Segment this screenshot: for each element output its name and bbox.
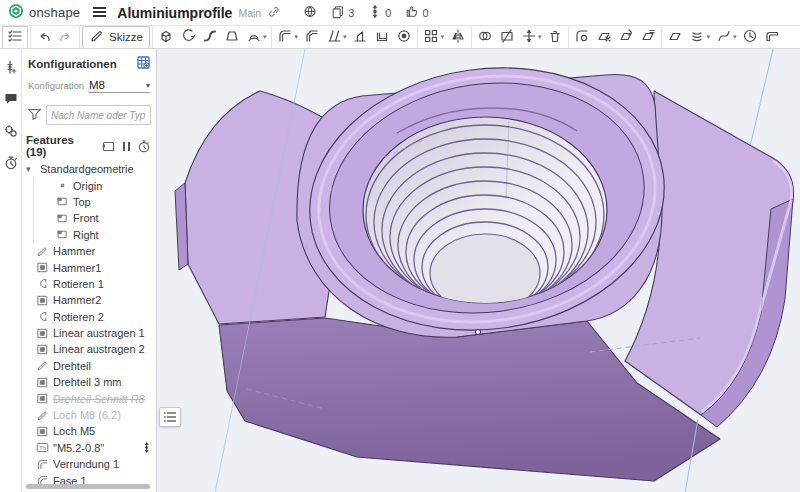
hole-button[interactable]: [393, 27, 415, 48]
configuration-select[interactable]: M8 ▾: [89, 79, 150, 93]
share-globe-icon: [303, 4, 317, 21]
undo-button[interactable]: [33, 27, 55, 48]
document-title[interactable]: Aluminiumprofile: [117, 5, 232, 21]
toolbar-group: ▾: [153, 26, 273, 48]
sketch-icon: [89, 28, 105, 47]
onshape-logo[interactable]: onshape: [8, 3, 80, 23]
redo-icon: [58, 28, 74, 47]
filter-funnel-icon[interactable]: [28, 108, 41, 122]
likes-count: 0: [422, 7, 428, 19]
extrude-button[interactable]: [155, 27, 177, 48]
chevron-down-icon: ▾: [263, 33, 267, 41]
measure-icon: [742, 28, 758, 47]
feature-row[interactable]: Drehteil 3 mm: [22, 374, 156, 390]
modify-fillet-button[interactable]: [571, 27, 593, 48]
delete-part-button[interactable]: [544, 27, 566, 48]
configurations-title: Konfigurationen: [28, 58, 117, 70]
configurations-stat[interactable]: 0: [368, 4, 391, 21]
comments-panel-button[interactable]: [3, 91, 19, 107]
feature-row[interactable]: Loch M5: [22, 423, 156, 439]
measure-button[interactable]: [739, 27, 761, 48]
linear-pattern-icon: [423, 28, 439, 47]
history-panel-button[interactable]: [3, 155, 19, 171]
transform-button[interactable]: ▾: [518, 27, 545, 48]
vertex-marker[interactable]: [476, 330, 481, 335]
feature-row[interactable]: Verrundung 1: [22, 456, 156, 472]
feature-row[interactable]: Th"M5.2-0.8": [22, 440, 156, 456]
thicken-button[interactable]: ▾: [243, 27, 270, 48]
share-globe-stat[interactable]: [303, 4, 317, 21]
toolbar-group: [0, 26, 31, 48]
feature-row[interactable]: Hammer: [22, 243, 156, 259]
delete-face-button[interactable]: [593, 27, 615, 48]
rollback-stopwatch-icon[interactable]: [138, 140, 150, 153]
move-face-button[interactable]: [615, 27, 637, 48]
feature-group-row[interactable]: ▾Standardgeometrie: [22, 161, 156, 177]
copies-stat[interactable]: 3: [331, 4, 354, 21]
feature-list-toggle-button[interactable]: [159, 407, 181, 427]
toolbar-group: ▾▾: [662, 26, 785, 48]
chevron-down-icon: ▾: [440, 33, 444, 41]
loft-button[interactable]: [221, 27, 243, 48]
split-button[interactable]: [496, 27, 518, 48]
feature-row[interactable]: Right: [22, 227, 156, 243]
sheet-metal-button[interactable]: [761, 27, 783, 48]
feature-row[interactable]: Linear austragen 2: [22, 341, 156, 357]
link-icon[interactable]: [268, 4, 281, 22]
sweep-button[interactable]: [199, 27, 221, 48]
feature-row[interactable]: Rotieren 2: [22, 309, 156, 325]
rib-button[interactable]: [349, 27, 371, 48]
feature-label: Front: [73, 212, 99, 224]
feature-row[interactable]: Front: [22, 210, 156, 226]
panel-horizontal-scrollbar[interactable]: [26, 484, 150, 489]
configuration-table-icon[interactable]: [137, 56, 150, 71]
plane-button[interactable]: [664, 27, 686, 48]
redo-button[interactable]: [55, 27, 77, 48]
revolve-button[interactable]: [177, 27, 199, 48]
chamfer-button[interactable]: [301, 27, 323, 48]
sketch-button[interactable]: Skizze: [82, 26, 150, 49]
feature-row[interactable]: Drehteil Schnitt R8: [22, 390, 156, 406]
split-icon: [499, 28, 515, 47]
helix-button[interactable]: ▾: [686, 27, 713, 48]
feature-row[interactable]: Hammer1: [22, 259, 156, 275]
configurations-panel-button[interactable]: [3, 59, 19, 75]
feature-row[interactable]: Origin: [22, 177, 156, 193]
feature-search-input[interactable]: [46, 105, 151, 125]
feature-label: Hammer1: [53, 262, 101, 274]
extrude-icon: [36, 327, 49, 340]
feature-toolbar: Skizze▾▾▾▾▾▾▾: [0, 26, 800, 49]
feature-row[interactable]: Top: [22, 194, 156, 210]
insert-feature-icon[interactable]: [101, 140, 115, 152]
feature-row[interactable]: Linear austragen 1: [22, 325, 156, 341]
model-viewport[interactable]: [157, 49, 800, 492]
feature-label: Hammer: [53, 245, 95, 257]
workspace-name[interactable]: Main: [238, 7, 261, 19]
draft-button[interactable]: ▾: [323, 27, 350, 48]
configurations-icon: [368, 4, 382, 21]
boolean-button[interactable]: [474, 27, 496, 48]
replace-face-icon: [640, 28, 656, 47]
tree-collapse-caret[interactable]: ▾: [26, 164, 36, 174]
feature-row[interactable]: Rotieren 1: [22, 276, 156, 292]
custom-features-panel-button[interactable]: [3, 123, 19, 139]
menu-hamburger-icon[interactable]: [92, 4, 107, 22]
feature-row[interactable]: Loch M8 (6.2): [22, 407, 156, 423]
plane-icon: [667, 28, 683, 47]
feature-row[interactable]: Hammer2: [22, 292, 156, 308]
shell-icon: [374, 28, 390, 47]
extrude-icon: [36, 294, 49, 307]
curve-button[interactable]: ▾: [713, 27, 740, 48]
feature-row[interactable]: Drehteil: [22, 358, 156, 374]
extrude-icon: [36, 343, 49, 356]
shell-button[interactable]: [371, 27, 393, 48]
replace-face-button[interactable]: [637, 27, 659, 48]
fillet-button[interactable]: ▾: [274, 27, 301, 48]
mirror-button[interactable]: [447, 27, 469, 48]
linear-pattern-button[interactable]: ▾: [420, 27, 447, 48]
onshape-app: onshape Aluminiumprofile Main 300 Skizze…: [0, 0, 800, 492]
feature-label: Verrundung 1: [53, 458, 119, 470]
suspend-pause-icon[interactable]: [122, 141, 131, 152]
feature-list-button[interactable]: [2, 26, 28, 48]
likes-stat[interactable]: 0: [405, 4, 428, 21]
